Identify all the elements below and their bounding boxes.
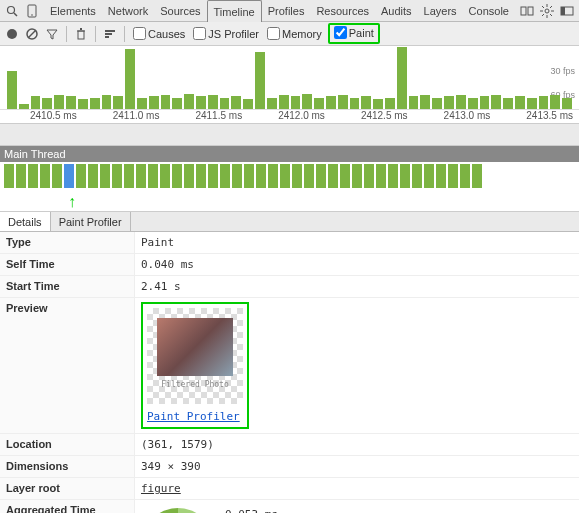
location-value: (361, 1579) (135, 434, 579, 455)
svg-line-1 (14, 13, 17, 16)
tab-paint-profiler[interactable]: Paint Profiler (51, 212, 131, 231)
tab-resources[interactable]: Resources (310, 0, 375, 22)
dimensions-label: Dimensions (0, 456, 135, 477)
svg-rect-16 (561, 7, 565, 15)
svg-line-19 (28, 30, 36, 38)
layerroot-value[interactable]: figure (135, 478, 579, 499)
selftime-value: 0.040 ms (135, 254, 579, 275)
svg-rect-5 (528, 7, 533, 15)
agg-legend: 0.053 ms 0.040 ms Painting (Self) 0.013 … (225, 508, 424, 513)
svg-point-0 (8, 6, 15, 13)
clear-icon[interactable] (24, 26, 40, 42)
thumbnail-caption: Filtered Photo (157, 380, 233, 389)
preview-highlight: Filtered Photo Paint Profiler (141, 302, 249, 429)
jsprofiler-checkbox[interactable]: JS Profiler (191, 27, 261, 40)
spacer-row (0, 124, 579, 146)
tab-details[interactable]: Details (0, 212, 51, 231)
svg-rect-23 (105, 30, 115, 32)
devtools-tab-bar: Elements Network Sources Timeline Profil… (0, 0, 579, 22)
main-thread-label: Main Thread (0, 146, 579, 162)
pie-chart-icon (141, 508, 215, 513)
causes-label: Causes (148, 28, 185, 40)
device-icon[interactable] (24, 3, 40, 19)
record-icon[interactable] (4, 26, 20, 42)
overview-bars (0, 46, 579, 109)
dimensions-value: 349 × 390 (135, 456, 579, 477)
svg-point-3 (31, 14, 33, 16)
svg-point-6 (545, 9, 549, 13)
flame-view-icon[interactable] (102, 26, 118, 42)
starttime-value: 2.41 s (135, 276, 579, 297)
svg-rect-4 (521, 7, 526, 15)
tab-timeline[interactable]: Timeline (207, 0, 262, 22)
tab-profiles[interactable]: Profiles (262, 0, 311, 22)
causes-checkbox[interactable]: Causes (131, 27, 187, 40)
details-tabs: Details Paint Profiler (0, 212, 579, 232)
timeline-overview[interactable]: 30 fps 60 fps 2410.5 ms2411.0 ms2411.5 m… (0, 46, 579, 124)
svg-rect-24 (105, 33, 112, 35)
preview-label: Preview (0, 298, 135, 433)
details-pane: TypePaint Self Time0.040 ms Start Time2.… (0, 232, 579, 513)
svg-line-12 (550, 14, 552, 16)
location-label: Location (0, 434, 135, 455)
svg-line-11 (542, 6, 544, 8)
svg-rect-20 (78, 31, 84, 39)
selection-arrow-icon: ↑ (68, 193, 76, 211)
aggtime-value: 0.053 ms 0.040 ms Painting (Self) 0.013 … (135, 500, 579, 513)
time-axis: 2410.5 ms2411.0 ms2411.5 ms2412.0 ms2412… (0, 109, 579, 123)
paint-label: Paint (349, 27, 374, 39)
tab-console[interactable]: Console (463, 0, 515, 22)
gear-icon[interactable] (539, 3, 555, 19)
tab-network[interactable]: Network (102, 0, 154, 22)
paint-profiler-link[interactable]: Paint Profiler (147, 410, 243, 423)
tab-audits[interactable]: Audits (375, 0, 418, 22)
trash-icon[interactable] (73, 26, 89, 42)
drawer-icon[interactable] (519, 3, 535, 19)
tab-layers[interactable]: Layers (418, 0, 463, 22)
selftime-label: Self Time (0, 254, 135, 275)
memory-checkbox[interactable]: Memory (265, 27, 324, 40)
filter-icon[interactable] (44, 26, 60, 42)
agg-total: 0.053 ms (225, 508, 424, 513)
svg-rect-25 (105, 36, 109, 38)
svg-line-13 (550, 6, 552, 8)
timeline-toolbar: Causes JS Profiler Memory Paint (0, 22, 579, 46)
starttime-label: Start Time (0, 276, 135, 297)
layerroot-label: Layer root (0, 478, 135, 499)
svg-line-14 (542, 14, 544, 16)
type-label: Type (0, 232, 135, 253)
jsprofiler-label: JS Profiler (208, 28, 259, 40)
type-value: Paint (135, 232, 579, 253)
preview-value: Filtered Photo Paint Profiler (135, 298, 579, 433)
preview-thumbnail: Filtered Photo (147, 308, 243, 404)
tab-sources[interactable]: Sources (154, 0, 206, 22)
dock-icon[interactable] (559, 3, 575, 19)
memory-label: Memory (282, 28, 322, 40)
aggtime-label: Aggregated Time (0, 500, 135, 513)
tab-elements[interactable]: Elements (44, 0, 102, 22)
paint-checkbox[interactable]: Paint (332, 26, 376, 39)
main-thread-track[interactable]: ↑ (0, 162, 579, 212)
svg-point-17 (7, 29, 17, 39)
thumbnail-image (157, 318, 233, 376)
search-icon[interactable] (4, 3, 20, 19)
